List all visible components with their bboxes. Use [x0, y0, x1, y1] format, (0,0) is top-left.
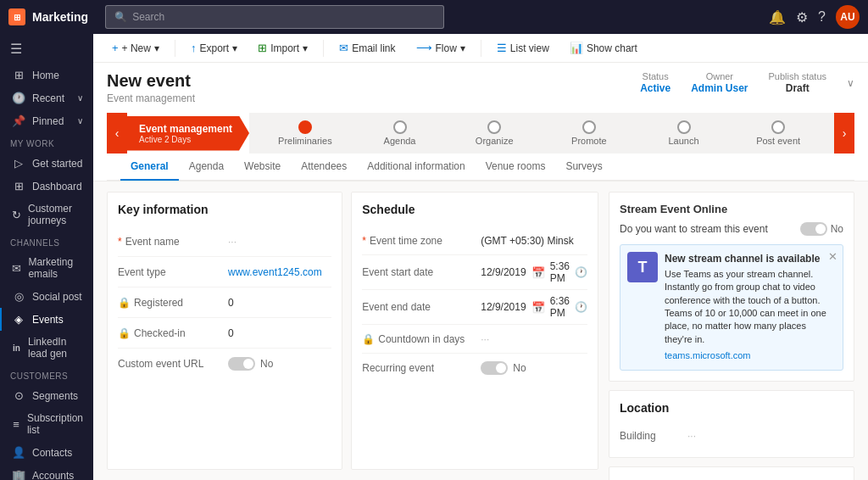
show-chart-button[interactable]: 📊 Show chart [565, 39, 643, 57]
calendar-icon[interactable]: 📅 [531, 266, 545, 279]
sidebar-item-dashboard[interactable]: ⊞ Dashboard [0, 175, 93, 198]
calendar-icon[interactable]: 📅 [531, 301, 545, 314]
countdown-label: 🔒 Countdown in days [362, 333, 481, 345]
expand-icon: ∨ [77, 116, 83, 126]
end-time-text[interactable]: 6:36 PM [550, 295, 570, 319]
page-header: New event Event management Status Active… [93, 63, 868, 181]
stage-launch[interactable]: Launch [637, 120, 732, 146]
sidebar-item-home[interactable]: ⊞ Home [0, 64, 93, 87]
timeline-more-icon[interactable]: ··· [833, 477, 843, 480]
import-button[interactable]: ⊞ Import ▾ [253, 39, 313, 57]
schedule-card: Schedule * Event time zone (GMT +05:30) … [351, 192, 598, 470]
accounts-icon: 🏢 [12, 469, 25, 480]
timeline-filter-icon[interactable]: ⊤ [816, 477, 826, 480]
tab-attendees[interactable]: Attendees [291, 153, 357, 181]
export-button[interactable]: ↑ Export ▾ [186, 39, 242, 57]
stage-promote[interactable]: Promote [542, 120, 637, 146]
timeline-add-icon[interactable]: + [803, 477, 810, 480]
countdown-placeholder[interactable]: ··· [481, 333, 489, 345]
tab-general[interactable]: General [120, 153, 179, 181]
sidebar-item-label: Marketing emails [28, 256, 83, 280]
required-mark: * [362, 235, 366, 247]
chevron-down-icon: ▾ [232, 42, 237, 54]
sidebar-item-social-post[interactable]: ◎ Social post [0, 285, 93, 308]
event-name-value[interactable]: ··· [228, 236, 331, 248]
events-icon: ◈ [12, 313, 25, 326]
sidebar-item-events[interactable]: ◈ Events [0, 308, 93, 331]
teams-link[interactable]: teams.microsoft.com [665, 349, 836, 362]
building-value[interactable]: ··· [687, 430, 696, 442]
flow-button[interactable]: ⟶ Flow ▾ [411, 39, 470, 57]
stage-preliminaries[interactable]: Preliminaries [258, 120, 353, 146]
sidebar-toggle[interactable]: ☰ [0, 34, 93, 64]
countdown-value: ··· [481, 333, 587, 345]
sidebar-item-accounts[interactable]: 🏢 Accounts [0, 464, 93, 480]
stream-title: Stream Event Online [620, 203, 843, 215]
new-button[interactable]: + + New ▾ [107, 39, 164, 57]
recurring-toggle-control[interactable] [481, 361, 508, 375]
form-row-checked-in: 🔒 Checked-in 0 [118, 318, 331, 349]
sidebar-item-pinned[interactable]: 📌 Pinned ∨ [0, 109, 93, 132]
clock-icon[interactable]: 🕐 [575, 301, 587, 313]
settings-icon[interactable]: ⚙ [796, 9, 808, 25]
header-expand-icon[interactable]: ∨ [847, 77, 854, 89]
avatar[interactable]: AU [836, 5, 860, 29]
recent-icon: 🕐 [12, 92, 25, 104]
tab-additional-info[interactable]: Additional information [357, 153, 475, 181]
sidebar-item-marketing-emails[interactable]: ✉ Marketing emails [0, 251, 93, 285]
tab-website[interactable]: Website [234, 153, 291, 181]
sidebar-item-label: Get started [32, 158, 82, 170]
chevron-down-icon: ▾ [460, 42, 465, 54]
timeline-actions: + ⊤ ··· [803, 477, 843, 480]
close-banner-button[interactable]: ✕ [828, 250, 837, 263]
list-view-button[interactable]: ☰ List view [492, 39, 554, 57]
pipeline-next-button[interactable]: › [834, 113, 854, 153]
email-icon: ✉ [12, 262, 21, 275]
sidebar-item-customer-journeys[interactable]: ↻ Customer journeys [0, 198, 93, 232]
email-link-icon: ✉ [339, 42, 348, 54]
sidebar-item-get-started[interactable]: ▷ Get started [0, 152, 93, 175]
clock-icon[interactable]: 🕐 [575, 266, 587, 278]
sidebar-item-recent[interactable]: 🕐 Recent ∨ [0, 87, 93, 109]
list-icon: ☰ [497, 42, 507, 54]
owner-item: Owner Admin User [691, 71, 748, 94]
timezone-value[interactable]: (GMT +05:30) Minsk [481, 235, 587, 247]
tab-agenda[interactable]: Agenda [179, 153, 234, 181]
custom-url-toggle[interactable]: No [228, 357, 273, 371]
owner-value[interactable]: Admin User [691, 82, 748, 94]
sidebar-item-segments[interactable]: ⊙ Segments [0, 384, 93, 407]
search-bar[interactable]: 🔍 Search [105, 5, 444, 29]
start-time-text[interactable]: 5:36 PM [550, 260, 570, 284]
stage-label: Preliminaries [278, 136, 332, 146]
brand-logo[interactable]: ⊞ Marketing [8, 8, 88, 25]
sidebar-item-contacts[interactable]: 👤 Contacts [0, 441, 93, 464]
sidebar-item-linkedin[interactable]: in LinkedIn lead gen [0, 331, 93, 365]
email-link-button[interactable]: ✉ Email link [334, 39, 400, 57]
pipeline-prev-button[interactable]: ‹ [107, 113, 127, 153]
active-stage[interactable]: Event management Active 2 Days [127, 116, 249, 151]
stage-agenda[interactable]: Agenda [353, 120, 448, 146]
tab-venue-rooms[interactable]: Venue rooms [476, 153, 556, 181]
toggle-control[interactable] [228, 357, 255, 371]
stream-toggle-control[interactable] [800, 222, 827, 236]
panels-row: Key information * Event name ··· Event t… [107, 192, 598, 470]
recurring-no-label: No [513, 362, 526, 374]
building-label: Building [620, 430, 687, 442]
help-icon[interactable]: ? [818, 9, 826, 25]
lock-icon: 🔒 [118, 297, 131, 309]
start-date-text[interactable]: 12/9/2019 [481, 266, 526, 278]
sidebar-item-subscription[interactable]: ≡ Subscription list [0, 407, 93, 441]
dashboard-icon: ⊞ [12, 180, 25, 193]
schedule-row-end-date: Event end date 12/9/2019 📅 6:36 PM 🕐 [362, 290, 587, 325]
tab-surveys[interactable]: Surveys [555, 153, 612, 181]
stage-post-event[interactable]: Post event [731, 120, 826, 146]
end-date-label: Event end date [362, 301, 481, 313]
list-view-label: List view [510, 42, 549, 54]
end-date-text[interactable]: 12/9/2019 [481, 301, 526, 313]
event-type-value[interactable]: www.event1245.com [228, 266, 331, 278]
start-date-label: Event start date [362, 266, 481, 278]
stage-organize[interactable]: Organize [447, 120, 542, 146]
search-icon: 🔍 [114, 11, 127, 23]
bell-icon[interactable]: 🔔 [769, 9, 786, 25]
page-title: New event [107, 71, 195, 91]
